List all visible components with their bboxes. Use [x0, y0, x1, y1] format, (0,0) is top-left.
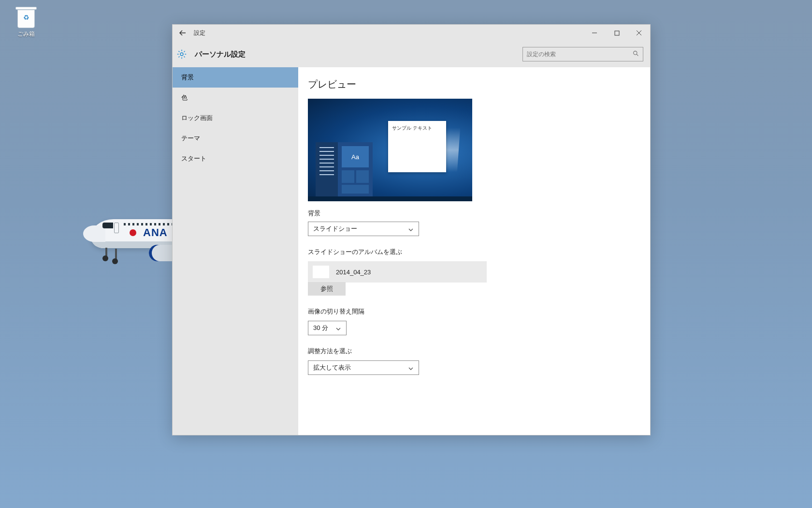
preview-sample-window: サンプル テキスト — [388, 121, 446, 172]
svg-point-1 — [180, 53, 183, 56]
background-label: 背景 — [308, 209, 640, 218]
desktop-recycle-bin[interactable]: ♻ ごみ箱 — [9, 5, 44, 38]
back-button[interactable] — [173, 25, 193, 41]
airplane-logo-text: ANA — [143, 227, 168, 238]
preview-sample-text: サンプル テキスト — [392, 125, 442, 132]
preview-start-menu: Aa — [316, 142, 373, 196]
search-icon — [633, 50, 639, 58]
search-input[interactable] — [527, 51, 633, 58]
close-button[interactable] — [628, 25, 650, 41]
window-title: 設定 — [194, 29, 205, 37]
settings-window: 設定 パーソナル設定 背景 色 ロ — [172, 24, 651, 435]
interval-dropdown[interactable]: 30 分 — [308, 321, 347, 335]
chevron-down-icon — [408, 226, 414, 232]
sidebar-item-background[interactable]: 背景 — [173, 67, 298, 88]
svg-point-2 — [634, 51, 637, 55]
album-thumbnail — [313, 266, 329, 278]
recycle-bin-icon: ♻ — [14, 5, 38, 28]
window-controls — [583, 25, 650, 41]
fit-dropdown[interactable]: 拡大して表示 — [308, 360, 419, 375]
chevron-down-icon — [408, 365, 414, 371]
sidebar: 背景 色 ロック画面 テーマ スタート — [173, 67, 298, 435]
page-title: パーソナル設定 — [195, 50, 246, 59]
album-row[interactable]: 2014_04_23 — [308, 261, 487, 283]
gear-icon — [175, 48, 188, 60]
search-box[interactable] — [522, 47, 643, 61]
fit-label: 調整方法を選ぶ — [308, 347, 640, 356]
background-preview: Aa サンプル テキスト — [308, 99, 472, 201]
album-label: スライドショーのアルバムを選ぶ — [308, 248, 640, 256]
interval-value: 30 分 — [313, 324, 328, 332]
album-name: 2014_04_23 — [336, 269, 371, 276]
sidebar-item-start[interactable]: スタート — [173, 149, 298, 169]
interval-label: 画像の切り替え間隔 — [308, 307, 640, 316]
browse-button[interactable]: 参照 — [308, 282, 346, 296]
sidebar-item-themes[interactable]: テーマ — [173, 128, 298, 149]
fit-value: 拡大して表示 — [313, 363, 351, 372]
header-row: パーソナル設定 — [173, 41, 650, 67]
background-dropdown[interactable]: スライドショー — [308, 222, 419, 236]
background-value: スライドショー — [313, 224, 357, 233]
sidebar-item-lockscreen[interactable]: ロック画面 — [173, 108, 298, 128]
preview-heading: プレビュー — [308, 78, 640, 91]
content-pane: プレビュー Aa サンプル テキスト 背景 — [298, 67, 650, 435]
maximize-button[interactable] — [606, 25, 628, 41]
titlebar: 設定 — [173, 25, 650, 41]
svg-rect-0 — [615, 31, 619, 35]
recycle-bin-label: ごみ箱 — [9, 30, 44, 38]
preview-tile-aa: Aa — [342, 146, 369, 167]
chevron-down-icon — [335, 325, 341, 331]
minimize-button[interactable] — [583, 25, 606, 41]
sidebar-item-color[interactable]: 色 — [173, 88, 298, 108]
